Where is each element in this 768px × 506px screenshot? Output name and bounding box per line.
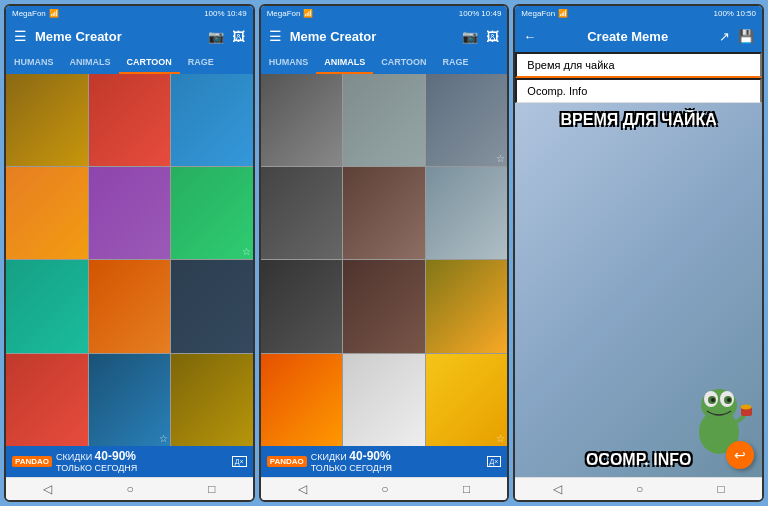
back-arrow-icon[interactable]: ←	[523, 29, 536, 44]
grid-item-1-2[interactable]	[89, 74, 171, 166]
grid-item-1-12[interactable]	[171, 354, 253, 446]
share-icon[interactable]: ↗	[719, 29, 730, 44]
tab-rage-1[interactable]: RAGE	[180, 52, 222, 72]
signal-2: 📶	[303, 9, 313, 18]
tabs-2: HUMANS ANIMALS CARTOON RAGE	[261, 52, 508, 74]
tab-animals-2[interactable]: ANIMALS	[316, 52, 373, 72]
grid-item-1-3[interactable]	[171, 74, 253, 166]
svg-point-10	[741, 405, 752, 410]
ad-line2-2: ТОЛЬКО СЕГОДНЯ	[311, 463, 392, 473]
nav-bar-3: ◁ ○ □	[515, 477, 762, 500]
grid-item-2-9[interactable]	[426, 260, 508, 352]
ad-text-1: СКИДКИ 40-90% ТОЛЬКО СЕГОДНЯ	[56, 449, 137, 474]
ad-badge-1: Д×	[232, 456, 247, 467]
phone-3: MegaFon 📶 100% 10:50 ← Create Meme ↗ 💾 В…	[513, 4, 764, 502]
signal-3: 📶	[558, 9, 568, 18]
menu-icon-1[interactable]: ☰	[14, 28, 27, 44]
menu-icon-2[interactable]: ☰	[269, 28, 282, 44]
status-left-1: MegaFon 📶	[12, 9, 59, 18]
grid-item-2-6[interactable]	[426, 167, 508, 259]
home-nav-2[interactable]: ○	[381, 482, 388, 496]
battery-1: 100%	[204, 9, 224, 18]
carrier-3: MegaFon	[521, 9, 555, 18]
home-nav-3[interactable]: ○	[636, 482, 643, 496]
tabs-1: HUMANS ANIMALS CARTOON RAGE	[6, 52, 253, 74]
carrier-2: MegaFon	[267, 9, 301, 18]
ad-logo-2: PANDAO	[267, 456, 307, 467]
bottom-text-input[interactable]	[515, 78, 762, 103]
recent-nav-3[interactable]: □	[718, 482, 725, 496]
grid-item-2-7[interactable]	[261, 260, 343, 352]
grid-item-1-7[interactable]	[6, 260, 88, 352]
grid-item-2-11[interactable]	[343, 354, 425, 446]
app-bar-2: ☰ Meme Creator 📷 🖼	[261, 20, 508, 52]
app-bar-icons-1: 📷 🖼	[208, 29, 245, 44]
grid-item-2-12[interactable]: ☆	[426, 354, 508, 446]
ad-line1-1: СКИДКИ	[56, 452, 95, 462]
top-text-input[interactable]	[515, 52, 762, 78]
signal-1: 📶	[49, 9, 59, 18]
status-right-2: 100% 10:49	[459, 9, 502, 18]
grid-item-2-8[interactable]	[343, 260, 425, 352]
grid-item-2-1[interactable]	[261, 74, 343, 166]
grid-item-1-8[interactable]	[89, 260, 171, 352]
image-grid-2: ☆ ☆	[261, 74, 508, 446]
grid-item-2-2[interactable]	[343, 74, 425, 166]
grid-item-1-9[interactable]	[171, 260, 253, 352]
nav-bar-1: ◁ ○ □	[6, 477, 253, 500]
grid-item-2-4[interactable]	[261, 167, 343, 259]
gallery-icon-2[interactable]: 🖼	[486, 29, 499, 44]
status-bar-3: MegaFon 📶 100% 10:50	[515, 6, 762, 20]
back-nav-1[interactable]: ◁	[43, 482, 52, 496]
svg-line-8	[737, 415, 745, 422]
time-1: 10:49	[227, 9, 247, 18]
ad-banner-1: PANDAO СКИДКИ 40-90% ТОЛЬКО СЕГОДНЯ Д×	[6, 446, 253, 477]
meme-top-text: ВРЕМЯ ДЛЯ ЧАЙКА	[515, 111, 762, 129]
grid-item-1-6[interactable]: ☆	[171, 167, 253, 259]
back-nav-2[interactable]: ◁	[298, 482, 307, 496]
app-title-2: Meme Creator	[290, 29, 455, 44]
time-2: 10:49	[481, 9, 501, 18]
create-meme-body: ВРЕМЯ ДЛЯ ЧАЙКА	[515, 52, 762, 477]
nav-bar-2: ◁ ○ □	[261, 477, 508, 500]
grid-item-2-5[interactable]	[343, 167, 425, 259]
save-icon[interactable]: 💾	[738, 29, 754, 44]
battery-3: 100%	[714, 9, 734, 18]
ad-line2-1: ТОЛЬКО СЕГОДНЯ	[56, 463, 137, 473]
meme-bottom-text: OCOMP. INFO	[515, 451, 762, 469]
grid-item-2-10[interactable]	[261, 354, 343, 446]
ad-banner-2: PANDAO СКИДКИ 40-90% ТОЛЬКО СЕГОДНЯ Д×	[261, 446, 508, 477]
ad-discount-1: 40-90%	[95, 449, 136, 463]
tab-humans-1[interactable]: HUMANS	[6, 52, 62, 72]
svg-point-7	[727, 398, 731, 402]
status-right-1: 100% 10:49	[204, 9, 247, 18]
create-meme-bar: ← Create Meme ↗ 💾	[515, 20, 762, 52]
recent-nav-2[interactable]: □	[463, 482, 470, 496]
grid-item-1-11[interactable]: ☆	[89, 354, 171, 446]
grid-item-1-1[interactable]	[6, 74, 88, 166]
fab-button[interactable]: ↩	[726, 441, 754, 469]
create-meme-title: Create Meme	[544, 29, 711, 44]
grid-item-1-4[interactable]	[6, 167, 88, 259]
recent-nav-1[interactable]: □	[208, 482, 215, 496]
tab-animals-1[interactable]: ANIMALS	[62, 52, 119, 72]
home-nav-1[interactable]: ○	[127, 482, 134, 496]
camera-icon-2[interactable]: 📷	[462, 29, 478, 44]
tab-humans-2[interactable]: HUMANS	[261, 52, 317, 72]
grid-item-1-10[interactable]	[6, 354, 88, 446]
back-nav-3[interactable]: ◁	[553, 482, 562, 496]
tab-rage-2[interactable]: RAGE	[435, 52, 477, 72]
camera-icon-1[interactable]: 📷	[208, 29, 224, 44]
image-grid-1: ☆ ☆	[6, 74, 253, 446]
carrier-1: MegaFon	[12, 9, 46, 18]
grid-item-2-3[interactable]: ☆	[426, 74, 508, 166]
tab-cartoon-2[interactable]: CARTOON	[373, 52, 434, 72]
app-bar-1: ☰ Meme Creator 📷 🖼	[6, 20, 253, 52]
ad-logo-1: PANDAO	[12, 456, 52, 467]
ad-badge-2: Д×	[487, 456, 502, 467]
tab-cartoon-1[interactable]: CARTOON	[119, 52, 180, 72]
svg-point-6	[711, 398, 715, 402]
meme-image: ВРЕМЯ ДЛЯ ЧАЙКА	[515, 103, 762, 477]
grid-item-1-5[interactable]	[89, 167, 171, 259]
gallery-icon-1[interactable]: 🖼	[232, 29, 245, 44]
